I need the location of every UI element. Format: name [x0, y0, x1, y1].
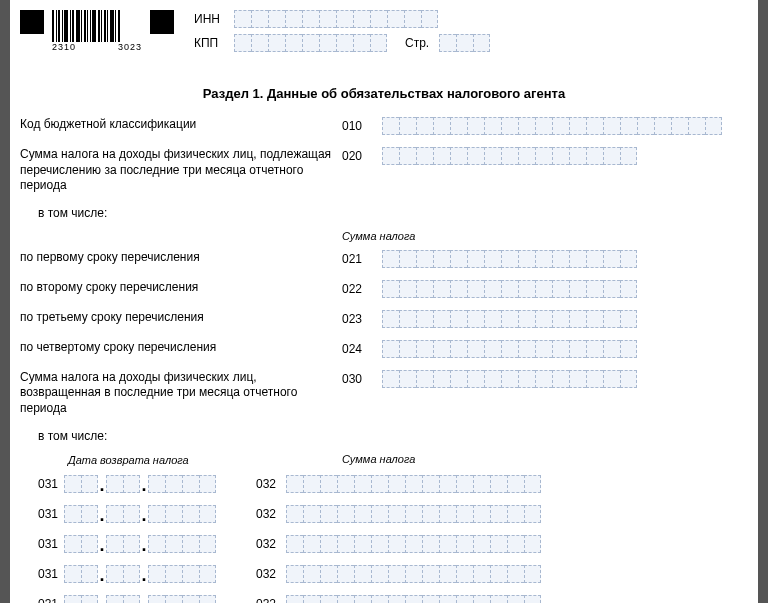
header-fields: ИНН КПП Стр.: [194, 10, 490, 58]
row-kbk: Код бюджетной классификации 010: [20, 117, 748, 135]
date-mm[interactable]: [106, 535, 140, 553]
row-021-code: 021: [342, 250, 382, 266]
row-021-cells[interactable]: [382, 250, 637, 268]
dot-icon: .: [98, 539, 106, 553]
inn-cells[interactable]: [234, 10, 438, 28]
date-yyyy[interactable]: [148, 535, 216, 553]
dot-icon: .: [140, 599, 148, 603]
page-cells[interactable]: [439, 34, 490, 52]
row-023-cells[interactable]: [382, 310, 637, 328]
date-yyyy[interactable]: [148, 565, 216, 583]
dot-icon: .: [98, 569, 106, 583]
barcode-digits-right: 3023: [118, 42, 142, 52]
pair-row: 031 . . 032: [20, 565, 748, 583]
marker-left: [20, 10, 44, 34]
dot-icon: .: [98, 479, 106, 493]
row-023: по третьему сроку перечисления 023: [20, 310, 748, 328]
pair-row: 031 . . 032: [20, 505, 748, 523]
date-dd[interactable]: [64, 535, 98, 553]
date-yyyy[interactable]: [148, 505, 216, 523]
sum-cells[interactable]: [286, 535, 541, 553]
code-031: 031: [20, 597, 64, 603]
page: 2310 3023 ИНН КПП Стр.: [10, 0, 758, 603]
row-024: по четвертому сроку перечисления 024: [20, 340, 748, 358]
code-032: 032: [256, 507, 276, 521]
sum-cells[interactable]: [286, 475, 541, 493]
code-032: 032: [256, 537, 276, 551]
row-030-cells[interactable]: [382, 370, 637, 388]
code-032: 032: [256, 597, 276, 603]
sum-header-2: Сумма налога: [342, 453, 415, 467]
kbk-code: 010: [342, 117, 382, 133]
pair-headers: Дата возврата налога Сумма налога: [20, 453, 748, 467]
section-title: Раздел 1. Данные об обязательствах налог…: [20, 86, 748, 101]
row-030-label: Сумма налога на доходы физических лиц, в…: [20, 370, 342, 417]
form-header: 2310 3023 ИНН КПП Стр.: [20, 10, 748, 58]
kbk-cells[interactable]: [382, 117, 722, 135]
pair-row: 031 . . 032: [20, 535, 748, 553]
barcode-digits: 2310 3023: [52, 42, 142, 52]
pair-row: 031 . . 032: [20, 475, 748, 493]
code-031: 031: [20, 567, 64, 581]
date-dd[interactable]: [64, 475, 98, 493]
pair-row: 031 . . 032: [20, 595, 748, 603]
date-mm[interactable]: [106, 565, 140, 583]
marker-right: [150, 10, 174, 34]
date-header: Дата возврата налога: [68, 454, 189, 466]
code-031: 031: [20, 507, 64, 521]
including-1: в том числе:: [20, 206, 748, 220]
row-023-label: по третьему сроку перечисления: [20, 310, 342, 326]
page-label: Стр.: [405, 36, 429, 50]
inn-label: ИНН: [194, 12, 234, 26]
date-mm[interactable]: [106, 505, 140, 523]
row-021-label: по первому сроку перечисления: [20, 250, 342, 266]
row-024-label: по четвертому сроку перечисления: [20, 340, 342, 356]
row-022: по второму сроку перечисления 022: [20, 280, 748, 298]
row-020-label: Сумма налога на доходы физических лиц, п…: [20, 147, 342, 194]
dot-icon: .: [140, 509, 148, 523]
row-030: Сумма налога на доходы физических лиц, в…: [20, 370, 748, 417]
kpp-label: КПП: [194, 36, 234, 50]
date-yyyy[interactable]: [148, 595, 216, 603]
row-030-code: 030: [342, 370, 382, 386]
sum-cells[interactable]: [286, 565, 541, 583]
row-022-cells[interactable]: [382, 280, 637, 298]
kpp-cells[interactable]: [234, 34, 387, 52]
code-031: 031: [20, 537, 64, 551]
row-024-code: 024: [342, 340, 382, 356]
row-022-code: 022: [342, 280, 382, 296]
row-020: Сумма налога на доходы физических лиц, п…: [20, 147, 748, 194]
date-dd[interactable]: [64, 565, 98, 583]
sum-cells[interactable]: [286, 595, 541, 603]
date-dd[interactable]: [64, 505, 98, 523]
row-023-code: 023: [342, 310, 382, 326]
code-031: 031: [20, 477, 64, 491]
date-mm[interactable]: [106, 475, 140, 493]
code-032: 032: [256, 567, 276, 581]
dot-icon: .: [140, 569, 148, 583]
date-mm[interactable]: [106, 595, 140, 603]
kbk-label: Код бюджетной классификации: [20, 117, 342, 133]
code-032: 032: [256, 477, 276, 491]
row-022-label: по второму сроку перечисления: [20, 280, 342, 296]
row-021: по первому сроку перечисления 021: [20, 250, 748, 268]
barcode: [52, 10, 142, 42]
row-020-cells[interactable]: [382, 147, 637, 165]
date-yyyy[interactable]: [148, 475, 216, 493]
including-2: в том числе:: [20, 429, 748, 443]
row-020-code: 020: [342, 147, 382, 163]
row-024-cells[interactable]: [382, 340, 637, 358]
date-dd[interactable]: [64, 595, 98, 603]
barcode-digits-left: 2310: [52, 42, 76, 52]
dot-icon: .: [140, 479, 148, 493]
dot-icon: .: [98, 599, 106, 603]
sum-cells[interactable]: [286, 505, 541, 523]
sum-header-1: Сумма налога: [342, 230, 748, 242]
dot-icon: .: [98, 509, 106, 523]
dot-icon: .: [140, 539, 148, 553]
